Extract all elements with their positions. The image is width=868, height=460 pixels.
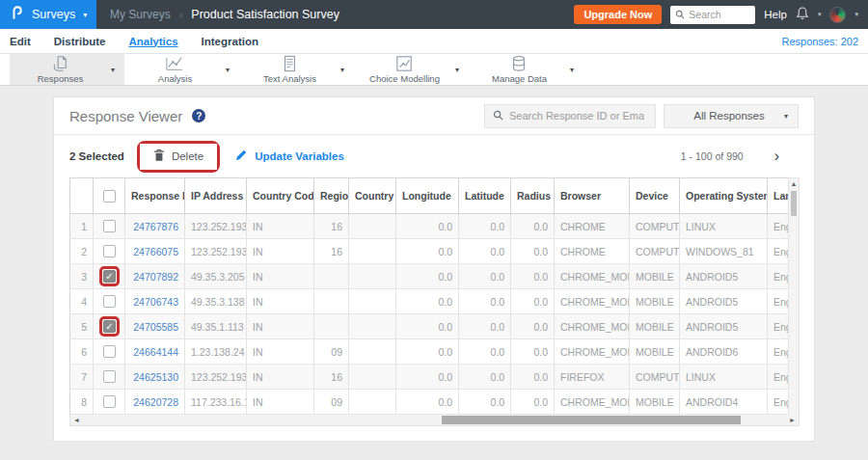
chevron-down-icon[interactable]: ▾ — [111, 66, 124, 74]
selected-count: 2 Selected — [69, 150, 124, 162]
column-header-os[interactable]: Operating System — [680, 178, 768, 214]
chevron-down-icon[interactable]: ▾ — [854, 11, 858, 18]
global-search-input[interactable] — [689, 9, 748, 20]
response-id-link[interactable]: 24767876 — [133, 221, 178, 232]
column-header-region[interactable]: Region — [314, 178, 349, 214]
row-checkbox-cell — [94, 339, 125, 365]
column-header-latitude[interactable]: Latitude — [459, 178, 511, 214]
scroll-left-icon[interactable]: ◄ — [73, 415, 80, 425]
cell-region: 16 — [314, 214, 349, 239]
cell-browser: CHROME — [555, 214, 630, 239]
cell-response_id: 24767876 — [125, 214, 185, 239]
horizontal-scrollbar[interactable]: ◄ ► — [69, 415, 800, 426]
notifications-bell-icon[interactable] — [796, 6, 809, 24]
response-search-input[interactable] — [509, 110, 644, 122]
row-checkbox[interactable] — [103, 270, 116, 283]
chevron-down-icon[interactable]: ▾ — [83, 11, 87, 19]
row-checkbox[interactable] — [103, 395, 116, 408]
cell-language: Eng — [768, 264, 789, 289]
response-id-link[interactable]: 24766075 — [133, 246, 178, 257]
vertical-scrollbar[interactable]: ▲ ▼ — [788, 177, 800, 422]
table-row: 52470558549.35.1.113IN0.00.00.0CHROME_MO… — [70, 314, 789, 339]
column-header-ip[interactable]: IP Address — [185, 178, 247, 214]
help-badge-icon[interactable]: ? — [192, 109, 205, 122]
column-header-label: Latitude — [465, 190, 504, 202]
toolbar-item-responses[interactable]: Responses▾ — [10, 54, 124, 85]
breadcrumb-parent[interactable]: My Surveys — [110, 8, 171, 21]
cell-longitude: 0.0 — [396, 365, 459, 390]
toolbar-item-text-analysis[interactable]: Text Analysis▾ — [239, 54, 354, 85]
responses-count[interactable]: Responses: 202 — [782, 36, 859, 47]
chevron-down-icon[interactable]: ▾ — [226, 66, 239, 74]
response-id-link[interactable]: 24705585 — [133, 321, 178, 333]
column-header-label: Lan — [773, 190, 789, 202]
update-variables-button[interactable]: Update Variables — [235, 148, 344, 165]
row-checkbox[interactable] — [103, 245, 116, 257]
response-id-link[interactable]: 24620728 — [133, 396, 178, 408]
row-checkbox[interactable] — [103, 320, 116, 333]
response-search[interactable] — [484, 104, 656, 128]
cell-country_code: IN — [247, 339, 314, 365]
column-header-num[interactable] — [70, 178, 94, 214]
cell-latitude: 0.0 — [459, 390, 511, 415]
chevron-down-icon: ▾ — [784, 112, 788, 121]
column-header-browser[interactable]: Browser — [555, 178, 630, 214]
response-id-link[interactable]: 24664144 — [133, 346, 178, 358]
cell-browser: CHROME_MOBILE — [555, 314, 630, 339]
cell-longitude: 0.0 — [396, 239, 459, 264]
responses-filter-dropdown[interactable]: All Responses ▾ — [664, 104, 799, 128]
column-header-country[interactable]: Country — [349, 178, 396, 214]
chevron-down-icon[interactable]: ▾ — [340, 66, 354, 74]
column-header-response_id[interactable]: Response ID▲ — [125, 178, 185, 214]
column-header-label: Radius — [517, 190, 551, 202]
cell-ip: 123.252.193.148 — [185, 239, 247, 264]
nav-item-distribute[interactable]: Distribute — [54, 36, 106, 47]
next-page-icon[interactable]: › — [774, 149, 779, 164]
questionpro-logo-icon — [10, 5, 24, 24]
nav-item-integration[interactable]: Integration — [202, 36, 258, 47]
column-header-check[interactable] — [94, 178, 125, 214]
cell-browser: CHROME_MOBILE — [555, 289, 630, 314]
select-all-checkbox[interactable] — [103, 190, 116, 203]
response-id-link[interactable]: 24707892 — [133, 271, 178, 283]
toolbar-item-label: Analysis — [158, 73, 192, 84]
brand-menu[interactable]: Surveys ▾ — [0, 0, 96, 29]
vertical-scrollbar-thumb[interactable] — [791, 191, 797, 216]
help-link[interactable]: Help — [764, 9, 787, 20]
table-row: 224766075123.252.193.148IN160.00.00.0CHR… — [70, 239, 789, 264]
scroll-up-icon[interactable]: ▲ — [789, 178, 799, 189]
chevron-down-icon[interactable]: ▾ — [570, 66, 583, 74]
response-id-link[interactable]: 24706743 — [133, 296, 178, 308]
row-number: 1 — [70, 214, 94, 239]
nav-item-edit[interactable]: Edit — [10, 36, 31, 47]
column-header-longitude[interactable]: Longitude — [396, 178, 459, 214]
chevron-down-icon[interactable]: ▾ — [818, 11, 822, 18]
row-checkbox[interactable] — [103, 220, 116, 232]
row-checkbox[interactable] — [103, 345, 116, 358]
survey-nav: Edit Distribute Analytics Integration Re… — [0, 29, 868, 54]
cell-country_code: IN — [247, 365, 314, 390]
checkbox-wrap — [99, 392, 120, 412]
horizontal-scrollbar-thumb[interactable] — [442, 416, 741, 424]
global-search[interactable] — [670, 6, 755, 24]
nav-item-analytics[interactable]: Analytics — [128, 36, 177, 47]
toolbar-item-choice-modelling[interactable]: Choice Modelling▾ — [354, 54, 469, 85]
delete-button-label: Delete — [172, 150, 203, 162]
toolbar-item-manage-data[interactable]: Manage Data▾ — [469, 54, 583, 85]
column-header-country_code[interactable]: Country Code — [247, 178, 314, 214]
column-header-radius[interactable]: Radius — [511, 178, 555, 214]
chevron-down-icon[interactable]: ▾ — [455, 66, 469, 74]
column-header-device[interactable]: Device — [630, 178, 680, 214]
delete-button[interactable]: Delete — [140, 144, 217, 170]
response-id-link[interactable]: 24625130 — [133, 371, 178, 383]
row-checkbox[interactable] — [103, 370, 116, 383]
cell-ip: 123.252.193.148 — [185, 214, 247, 239]
upgrade-now-button[interactable]: Upgrade Now — [574, 5, 662, 24]
column-header-language[interactable]: Lan — [768, 178, 789, 214]
text-analysis-icon — [279, 55, 300, 72]
cell-latitude: 0.0 — [459, 239, 511, 264]
toolbar-item-analysis[interactable]: Analysis▾ — [124, 54, 239, 85]
avatar[interactable] — [829, 7, 846, 23]
row-checkbox[interactable] — [103, 295, 116, 308]
scroll-right-icon[interactable]: ► — [789, 415, 796, 425]
